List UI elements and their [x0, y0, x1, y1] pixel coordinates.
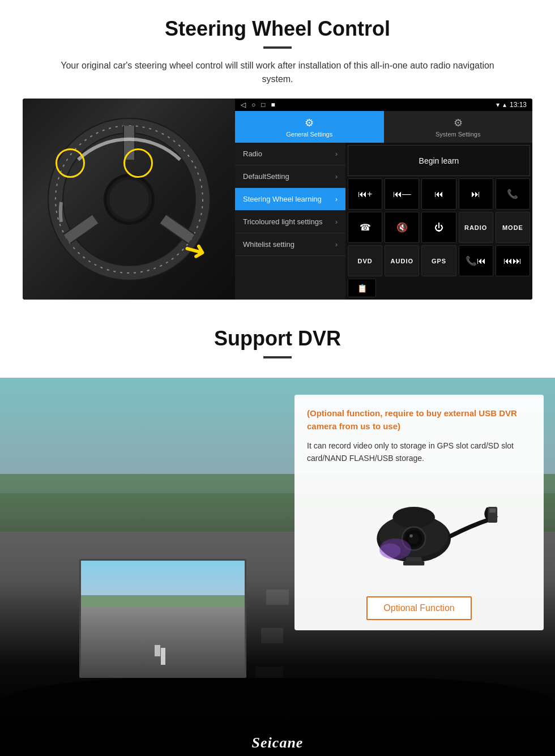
yellow-circle-left [56, 148, 85, 178]
svg-point-11 [109, 180, 149, 219]
menu-whitelist-arrow: › [335, 241, 338, 249]
optional-function-button[interactable]: Optional Function [366, 596, 471, 620]
control-button-grid: Begin learn ⏮+ ⏮— ⏮ ⏭ 📞 ☎ 🔇 ⏻ [345, 143, 532, 300]
btn-gps[interactable]: GPS [421, 245, 456, 276]
menu-item-tricoloured[interactable]: Tricoloured light settings › [235, 211, 345, 233]
btn-next-track[interactable]: ⏭ [459, 178, 493, 210]
svg-rect-24 [403, 561, 424, 565]
menu-default-label: DefaultSetting [243, 172, 289, 181]
svg-rect-20 [489, 509, 496, 512]
menu-radio-label: Radio [243, 150, 262, 158]
svg-point-18 [409, 534, 413, 537]
dvr-camera-svg [340, 485, 498, 576]
optional-fn-container: Optional Function [307, 596, 531, 620]
status-bar: ◁ ○ □ ■ ▾ ▴ 13:13 [235, 99, 532, 111]
back-icon: ◁ [241, 101, 246, 109]
control-row-2: ☎ 🔇 ⏻ RADIO MODE [348, 212, 530, 243]
steering-wheel-photo: ➜ [23, 99, 235, 300]
dvr-title-area: Support DVR [0, 311, 555, 378]
menu-steering-arrow: › [335, 195, 338, 203]
menu-radio-arrow: › [335, 150, 338, 158]
btn-vol-up[interactable]: ⏮+ [348, 178, 382, 210]
dvr-description: It can record video only to storage in G… [307, 439, 531, 465]
btn-vol-down[interactable]: ⏮— [385, 178, 419, 210]
menu-item-radio[interactable]: Radio › [235, 143, 345, 165]
title-divider [263, 46, 292, 49]
nav-icons: ◁ ○ □ ■ [241, 101, 275, 109]
btn-whitelist[interactable]: 📋 [348, 279, 376, 297]
begin-learn-button[interactable]: Begin learn [348, 145, 530, 176]
menu-icon: ■ [271, 101, 275, 109]
menu-item-whitelist[interactable]: Whitelist setting › [235, 233, 345, 256]
inset-lane-mark [161, 648, 165, 665]
system-icon: ⚙ [454, 117, 463, 129]
dvr-section: Support DVR [0, 311, 555, 756]
btn-dvd[interactable]: DVD [348, 245, 382, 276]
btn-power[interactable]: ⏻ [421, 212, 456, 243]
dvr-product-image [307, 474, 531, 587]
btn-audio[interactable]: AUDIO [385, 245, 419, 276]
btn-radio[interactable]: RADIO [459, 212, 493, 243]
btn-prev-track[interactable]: ⏮ [421, 178, 456, 210]
wifi-icon: ▴ [503, 101, 506, 109]
control-row-1: ⏮+ ⏮— ⏮ ⏭ 📞 [348, 178, 530, 210]
yellow-circle-right [123, 148, 153, 178]
settings-icon: ⚙ [305, 117, 314, 129]
btn-hangup[interactable]: ☎ [348, 212, 382, 243]
btn-prev-next[interactable]: ⏮⏭ [496, 245, 530, 276]
seicane-logo: Seicane [252, 734, 304, 751]
menu-item-default-setting[interactable]: DefaultSetting › [235, 165, 345, 188]
android-ui-panel: ◁ ○ □ ■ ▾ ▴ 13:13 ⚙ General Settings ⚙ S… [235, 99, 532, 300]
inset-camera-view [79, 559, 246, 678]
btn-phone-prev[interactable]: 📞⏮ [459, 245, 493, 276]
steering-wheel-section: Steering Wheel Control Your original car… [0, 0, 555, 311]
menu-item-steering-wheel[interactable]: Steering Wheel learning › [235, 188, 345, 211]
settings-menu: Radio › DefaultSetting › Steering Wheel … [235, 143, 345, 300]
menu-default-arrow: › [335, 173, 338, 181]
control-row-3: DVD AUDIO GPS 📞⏮ ⏮⏭ [348, 245, 530, 276]
tab-system-settings[interactable]: ⚙ System Settings [384, 111, 533, 143]
dvr-optional-heading: (Optional function, require to buy exter… [307, 407, 531, 433]
steering-composite-image: ➜ ◁ ○ □ ■ ▾ ▴ 13:13 ⚙ General Setting [23, 99, 532, 300]
tab-system-label: System Settings [436, 131, 480, 138]
dvr-title: Support DVR [23, 327, 532, 351]
recents-icon: □ [261, 101, 265, 109]
begin-learn-row: Begin learn [348, 145, 530, 176]
btn-mute[interactable]: 🔇 [385, 212, 419, 243]
status-time: 13:13 [510, 101, 527, 109]
menu-tricoloured-arrow: › [335, 218, 338, 226]
tab-general-settings[interactable]: ⚙ General Settings [235, 111, 384, 143]
android-tab-bar: ⚙ General Settings ⚙ System Settings [235, 111, 532, 143]
svg-point-22 [379, 543, 400, 558]
svg-point-14 [392, 507, 435, 528]
signal-icon: ▾ [496, 101, 500, 109]
android-main-content: Radio › DefaultSetting › Steering Wheel … [235, 143, 532, 300]
inset-road [81, 607, 245, 676]
section-subtitle: Your original car's steering wheel contr… [45, 59, 510, 86]
dvr-composite-image: (Optional function, require to buy exter… [0, 378, 555, 756]
home-icon: ○ [251, 101, 255, 109]
menu-tricoloured-label: Tricoloured light settings [243, 217, 322, 226]
dvr-info-card: (Optional function, require to buy exter… [294, 395, 544, 630]
btn-mode[interactable]: MODE [496, 212, 530, 243]
whitelist-row: 📋 [348, 279, 530, 297]
btn-phone[interactable]: 📞 [496, 178, 530, 210]
menu-steering-label: Steering Wheel learning [243, 195, 322, 203]
page-title: Steering Wheel Control [23, 17, 532, 41]
dvr-title-divider [263, 356, 292, 358]
menu-whitelist-label: Whitelist setting [243, 240, 294, 249]
tab-general-label: General Settings [286, 131, 332, 138]
